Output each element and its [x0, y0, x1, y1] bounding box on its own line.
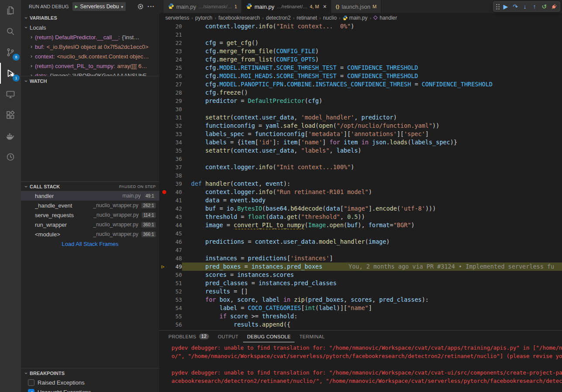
run-and-debug-icon[interactable]: 1 [0, 63, 21, 84]
breakpoint-margin[interactable] [159, 271, 170, 279]
variable-row[interactable]: › buf: <_io.BytesIO object at 0x7f5a2dc1… [21, 42, 159, 51]
checkbox-checked[interactable]: ✓ [28, 389, 34, 392]
checkbox-unchecked[interactable] [28, 379, 34, 386]
line-number: 28 [170, 89, 182, 97]
breakpoint-margin[interactable] [159, 72, 170, 80]
restart-button[interactable]: ↺ [539, 2, 549, 11]
breakpoint-margin[interactable] [159, 320, 170, 329]
breakpoint-margin[interactable] [159, 64, 170, 72]
breadcrumb-item[interactable]: nuclio [323, 15, 336, 21]
stack-frame[interactable]: serve_requests _nuclio_wrapper.py 114:1 [21, 210, 159, 220]
breakpoint-margin[interactable] [159, 122, 170, 130]
breakpoint-margin[interactable] [159, 254, 170, 262]
variables-section-header[interactable]: › VARIABLES [21, 13, 159, 23]
breakpoint-margin[interactable] [159, 113, 170, 122]
breakpoint-margin[interactable] [159, 304, 170, 312]
breadcrumb-item[interactable]: handler [380, 15, 397, 21]
code-editor[interactable]: 20 context.logger.info("Init context... … [159, 22, 562, 330]
stack-frame[interactable]: handler main.py 49:1 [21, 191, 159, 201]
variable-row[interactable]: › (return) convert_PIL_to_numpy: array([… [21, 61, 159, 71]
breakpoint-margin[interactable] [159, 105, 170, 113]
breakpoint-margin[interactable] [159, 205, 170, 213]
tab-debug-console[interactable]: DEBUG CONSOLE [243, 331, 295, 342]
code-text: results = [] [182, 287, 562, 296]
debug-console-output[interactable]: pydev debugger: unable to find translati… [159, 342, 562, 392]
docker-icon[interactable] [0, 126, 21, 147]
debug-config-dropdown[interactable]: ▶ Serverless Debu ▾ [72, 2, 126, 11]
breakpoint-margin[interactable] [159, 55, 170, 64]
chevron-down-icon: › [23, 370, 29, 377]
watch-section-header[interactable]: › WATCH [21, 76, 159, 85]
breakpoint-margin[interactable] [159, 163, 170, 171]
continue-button[interactable]: ▶ [501, 2, 511, 11]
breakpoint-margin[interactable] [159, 296, 170, 304]
breadcrumb-item[interactable]: facebookresearch [218, 15, 260, 21]
step-into-button[interactable]: ↓ [520, 2, 530, 11]
breakpoint-margin[interactable] [159, 238, 170, 246]
tab-launch-json[interactable]: {} launch.json M [331, 0, 381, 13]
remote-explorer-icon[interactable] [0, 84, 21, 105]
load-all-stack-frames-link[interactable]: Load All Stack Frames [21, 239, 159, 249]
breakpoint-margin[interactable] [159, 279, 170, 287]
source-control-icon[interactable]: 8 [0, 42, 21, 63]
stack-frame[interactable]: _handle_event _nuclio_wrapper.py 262:1 [21, 201, 159, 210]
tab-problems[interactable]: PROBLEMS 12 [164, 331, 213, 342]
breadcrumb-item[interactable]: pytorch [195, 15, 212, 21]
code-line-47: 47 [159, 246, 562, 254]
breadcrumb-item[interactable]: detectron2 [266, 15, 291, 21]
breakpoint-margin[interactable] [159, 213, 170, 221]
breakpoint-uncaught-exceptions[interactable]: ✓ Uncaught Exceptions [21, 387, 159, 392]
breakpoint-margin[interactable] [159, 97, 170, 105]
breadcrumb-item[interactable]: retinanet [297, 15, 317, 21]
breakpoint-margin[interactable] [159, 147, 170, 155]
start-debug-icon[interactable]: ▶ [75, 4, 78, 9]
breakpoint-margin[interactable] [159, 312, 170, 320]
grip-icon[interactable] [496, 3, 500, 10]
clock-icon[interactable] [0, 147, 21, 167]
call-stack-section-header[interactable]: › CALL STACK PAUSED ON STEP [21, 181, 159, 191]
breakpoint-margin[interactable] [159, 22, 170, 31]
debug-current-frame-icon[interactable]: ▷ [159, 262, 170, 271]
search-icon[interactable] [0, 21, 21, 42]
breakpoint-margin[interactable] [159, 47, 170, 55]
breakpoint-margin[interactable] [159, 287, 170, 296]
breakpoint-raised-exceptions[interactable]: Raised Exceptions [21, 378, 159, 387]
stack-frame[interactable]: <module> _nuclio_wrapper.py 366:1 [21, 229, 159, 239]
gear-icon[interactable] [137, 3, 144, 10]
stack-frame[interactable]: run_wrapper _nuclio_wrapper.py 360:1 [21, 220, 159, 229]
variable-row[interactable]: › data: {'image': 'iVBORw0KGgoAAAANSUhE… [21, 71, 159, 76]
breakpoint-margin[interactable] [159, 31, 170, 39]
tab-main-py-retinanet[interactable]: main.py …/retinanet/… 4, M × [242, 0, 331, 13]
breakpoint-margin[interactable] [159, 89, 170, 97]
step-over-button[interactable]: ↷ [511, 2, 520, 11]
breakpoint-margin[interactable] [159, 130, 170, 138]
breakpoint-margin[interactable] [159, 196, 170, 205]
tab-main-py-siammask[interactable]: main.py …/siammask/… 1 [164, 0, 242, 13]
breakpoint-margin[interactable] [159, 39, 170, 47]
breakpoint-icon[interactable] [159, 188, 170, 196]
tab-terminal[interactable]: TERMINAL [295, 331, 329, 342]
more-actions-icon[interactable]: ··· [147, 3, 155, 10]
breakpoint-margin[interactable] [159, 138, 170, 147]
explorer-icon[interactable] [0, 0, 21, 21]
step-out-button[interactable]: ↑ [530, 2, 539, 11]
variable-row[interactable]: › (return) DefaultPredictor.__call__: {'… [21, 32, 159, 42]
breadcrumb-item[interactable]: main.py [349, 15, 367, 21]
breakpoint-margin[interactable] [159, 229, 170, 238]
disconnect-button[interactable] [549, 2, 559, 11]
chevron-right-icon: › [28, 44, 35, 50]
tab-output[interactable]: OUTPUT [214, 331, 242, 342]
close-icon[interactable]: × [323, 3, 326, 10]
breakpoint-margin[interactable] [159, 171, 170, 180]
scope-locals[interactable]: › Locals [21, 23, 159, 32]
breadcrumb-item[interactable]: serverless [165, 15, 189, 21]
breakpoints-section-header[interactable]: › BREAKPOINTS [21, 368, 159, 378]
breakpoint-margin[interactable] [159, 180, 170, 188]
breakpoint-margin[interactable] [159, 80, 170, 89]
breakpoint-margin[interactable] [159, 246, 170, 254]
extensions-icon[interactable] [0, 105, 21, 126]
variable-row[interactable]: › context: <nuclio_sdk.context.Context o… [21, 51, 159, 61]
breakpoint-margin[interactable] [159, 155, 170, 163]
breakpoint-margin[interactable] [159, 221, 170, 229]
code-text: cfg.MODEL.PANOPTIC_FPN.COMBINE.INSTANCES… [182, 80, 562, 89]
